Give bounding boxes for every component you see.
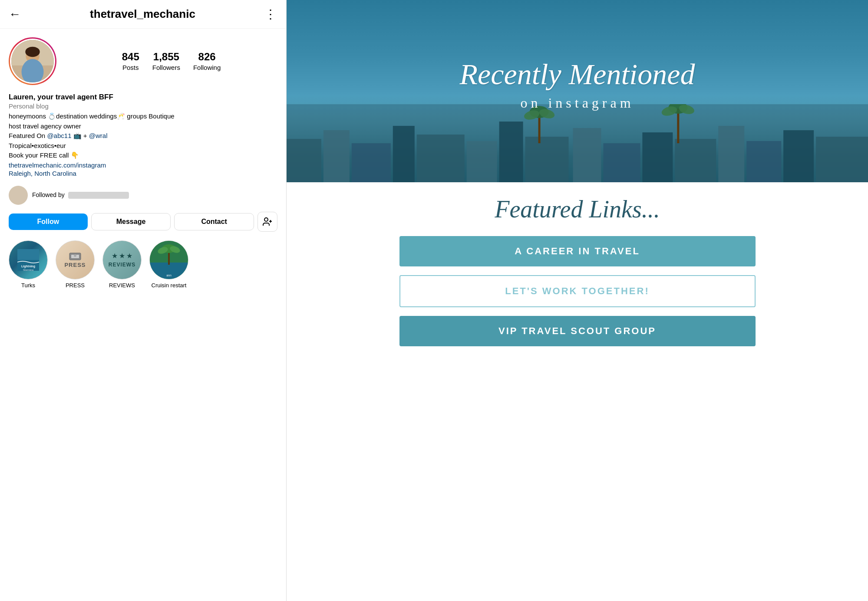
bio-line2: host travel agency owner bbox=[9, 122, 277, 131]
bio-link[interactable]: thetravelmechanic.com/instagram bbox=[9, 161, 277, 169]
followers-count: 1,855 bbox=[153, 51, 179, 62]
svg-rect-27 bbox=[417, 135, 465, 182]
highlight-turks[interactable]: Lightning Storming Turks bbox=[9, 240, 48, 289]
follow-button[interactable]: Follow bbox=[9, 213, 88, 230]
svg-rect-34 bbox=[675, 139, 716, 182]
abc11-link[interactable]: @abc11 bbox=[47, 132, 71, 139]
svg-point-14 bbox=[74, 254, 76, 257]
message-button[interactable]: Message bbox=[91, 213, 171, 230]
svg-rect-33 bbox=[642, 132, 673, 182]
back-button[interactable]: ← bbox=[9, 7, 21, 21]
svg-rect-28 bbox=[467, 141, 497, 182]
highlight-label-cruisin: Cruisin restart bbox=[152, 282, 187, 289]
svg-rect-30 bbox=[525, 137, 569, 182]
svg-rect-26 bbox=[393, 126, 415, 182]
highlight-label-turks: Turks bbox=[21, 282, 35, 289]
posts-stat[interactable]: 845 Posts bbox=[122, 51, 139, 71]
svg-rect-35 bbox=[718, 126, 744, 182]
svg-rect-31 bbox=[573, 128, 601, 182]
followed-name-blurred bbox=[68, 192, 129, 199]
bio-line5: Book your FREE call 👇 bbox=[9, 151, 277, 161]
contact-button[interactable]: Contact bbox=[174, 213, 254, 230]
hero-subtitle: on instagram bbox=[520, 95, 634, 111]
vip-travel-scout-button[interactable]: VIP TRAVEL SCOUT GROUP bbox=[399, 316, 756, 346]
posts-count: 845 bbox=[122, 51, 139, 62]
svg-rect-24 bbox=[323, 130, 350, 182]
followed-by-text: Followed by bbox=[32, 191, 129, 199]
bio-category: Personal blog bbox=[9, 102, 277, 110]
svg-rect-43 bbox=[677, 108, 679, 143]
svg-text:Storming: Storming bbox=[23, 269, 33, 271]
profile-header: ← thetravel_mechanic ⋮ bbox=[0, 0, 286, 29]
add-person-button[interactable] bbox=[257, 212, 277, 232]
featured-links-section: Featured Links... A CAREER IN TRAVEL LET… bbox=[287, 182, 868, 601]
svg-point-4 bbox=[25, 47, 40, 57]
lets-work-together-button[interactable]: LET'S WORK TOGETHER! bbox=[399, 275, 756, 307]
followed-by-row: Followed by bbox=[0, 182, 286, 208]
hero-title: Recently Mentioned bbox=[460, 58, 695, 91]
highlight-label-press: PRESS bbox=[66, 282, 85, 289]
avatar[interactable] bbox=[9, 37, 56, 85]
more-menu-button[interactable]: ⋮ bbox=[264, 7, 277, 21]
svg-rect-38 bbox=[816, 137, 868, 182]
career-in-travel-button[interactable]: A CAREER IN TRAVEL bbox=[399, 236, 756, 266]
wral-link[interactable]: @wral bbox=[89, 132, 108, 139]
svg-rect-36 bbox=[746, 141, 781, 182]
profile-info-row: 845 Posts 1,855 Followers 826 Following bbox=[0, 29, 286, 89]
bio-line4: Tropical•exotics•eur bbox=[9, 141, 277, 151]
svg-rect-23 bbox=[287, 139, 321, 182]
story-highlights: Lightning Storming Turks PRESS bbox=[0, 235, 286, 294]
highlight-cruisin[interactable]: ann Cruisin restart bbox=[149, 240, 188, 289]
instagram-profile-panel: ← thetravel_mechanic ⋮ bbox=[0, 0, 287, 601]
followers-stat[interactable]: 1,855 Followers bbox=[152, 51, 180, 71]
bio-name: Lauren, your travel agent BFF bbox=[9, 93, 277, 102]
svg-text:ann: ann bbox=[166, 274, 172, 277]
bio-location: Raleigh, North Carolina bbox=[9, 170, 277, 177]
svg-rect-25 bbox=[352, 143, 391, 182]
svg-rect-37 bbox=[783, 130, 814, 182]
svg-rect-29 bbox=[499, 122, 523, 182]
following-label: Following bbox=[193, 64, 221, 71]
bio-line1: honeymoons 💍destination weddings🥂 groups… bbox=[9, 112, 277, 122]
highlight-press[interactable]: PRESS PRESS bbox=[56, 240, 95, 289]
followed-avatar bbox=[9, 186, 28, 205]
bio-line3: Featured On @abc11 📺 + @wral bbox=[9, 131, 277, 141]
hero-title-text: Recently Mentioned bbox=[460, 58, 695, 91]
right-panel: Recently Mentioned on instagram Featured… bbox=[287, 0, 868, 601]
username: thetravel_mechanic bbox=[21, 7, 264, 21]
posts-label: Posts bbox=[122, 64, 139, 71]
featured-title: Featured Links... bbox=[495, 195, 660, 223]
followers-label: Followers bbox=[152, 64, 180, 71]
profile-stats: 845 Posts 1,855 Followers 826 Following bbox=[65, 51, 277, 71]
following-count: 826 bbox=[198, 51, 216, 62]
svg-rect-32 bbox=[603, 143, 640, 182]
highlight-reviews[interactable]: ★ ★ ★ REVIEWS REVIEWS bbox=[102, 240, 142, 289]
action-buttons-row: Follow Message Contact bbox=[0, 208, 286, 235]
highlight-label-reviews: REVIEWS bbox=[109, 282, 135, 289]
following-stat[interactable]: 826 Following bbox=[193, 51, 221, 71]
profile-bio: Lauren, your travel agent BFF Personal b… bbox=[0, 89, 286, 182]
svg-text:Lightning: Lightning bbox=[21, 265, 35, 268]
svg-point-5 bbox=[264, 218, 268, 221]
hero-section: Recently Mentioned on instagram bbox=[287, 0, 868, 182]
